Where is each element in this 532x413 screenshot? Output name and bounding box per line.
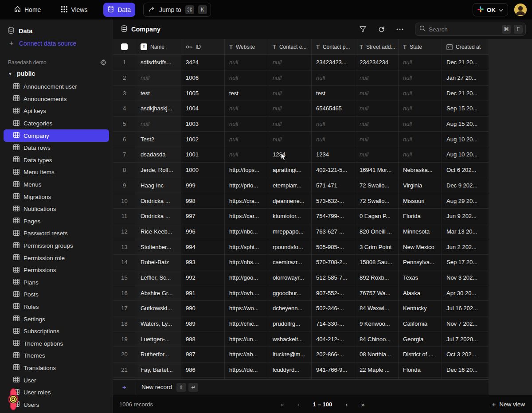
row-number[interactable]: 10 [113, 193, 136, 209]
cell[interactable]: 996 [181, 224, 225, 240]
cell[interactable]: 3 Grim Point [355, 239, 399, 255]
cell[interactable]: null [225, 132, 268, 147]
cell[interactable]: test [312, 86, 355, 101]
cell[interactable]: lcuddyrd... [268, 362, 312, 378]
row-number[interactable]: 9 [113, 178, 136, 194]
cell[interactable]: null [399, 132, 442, 147]
cell[interactable]: ituckre@m... [268, 347, 312, 362]
cell[interactable]: ktumiotor... [268, 209, 312, 224]
cell[interactable]: Haag Inc [136, 178, 181, 194]
cell[interactable]: 22 Maple ... [355, 362, 399, 378]
column-header-website[interactable]: TWebsite [225, 39, 268, 55]
search-box[interactable]: ⌘ F [415, 23, 526, 36]
cell[interactable]: 989 [181, 316, 225, 332]
column-header-state[interactable]: TState [399, 39, 442, 55]
cell[interactable]: 08 Northla... [355, 347, 399, 362]
cell[interactable]: 573-632-... [312, 193, 355, 209]
sidebar-item-pages[interactable]: Pages [4, 215, 109, 228]
cell[interactable]: dsadasda [136, 147, 181, 163]
cell[interactable]: null [399, 147, 442, 163]
row-number[interactable]: 4 [113, 101, 136, 117]
avatar[interactable] [514, 4, 527, 16]
cell[interactable]: djeannene... [268, 193, 312, 209]
cell[interactable]: 987 [181, 347, 225, 362]
more-options-button[interactable] [393, 23, 407, 36]
cell[interactable]: 1000 [181, 163, 225, 178]
cell[interactable]: https://ab... [225, 347, 268, 362]
cell[interactable]: Robel-Batz [136, 255, 181, 270]
sidebar-item-plans[interactable]: Plans [4, 277, 109, 289]
cell[interactable]: Texas [399, 270, 442, 286]
cell[interactable]: etemplarr... [268, 178, 312, 194]
cell[interactable]: 9 Kenwoo... [355, 316, 399, 332]
cell[interactable]: http://goo... [225, 270, 268, 286]
cell[interactable]: Dec 9 202... [442, 178, 489, 194]
cell[interactable]: null [399, 55, 442, 70]
cell[interactable]: https://cra... [225, 193, 268, 209]
cell[interactable]: Aug 15 20... [442, 117, 489, 132]
cell[interactable]: Dec 21 20... [442, 86, 489, 101]
cell[interactable]: 998 [181, 193, 225, 209]
cell[interactable]: Stoltenber... [136, 239, 181, 255]
sidebar-item-menu-items[interactable]: Menu items [4, 166, 109, 179]
cell[interactable]: 3424 [181, 55, 225, 70]
row-number[interactable]: 18 [113, 316, 136, 332]
row-number[interactable]: 12 [113, 224, 136, 240]
cell[interactable]: 234234234 [355, 55, 399, 70]
cell[interactable]: sdfsdfsdfs... [136, 55, 181, 70]
row-number[interactable]: 8 [113, 163, 136, 178]
cell[interactable]: 84 Waxwi... [355, 301, 399, 316]
cell[interactable]: Gutkowski... [136, 301, 181, 316]
cell[interactable]: 907-552-... [312, 285, 355, 301]
cell[interactable]: test [225, 86, 268, 101]
row-number[interactable]: 17 [113, 301, 136, 316]
row-number[interactable]: 6 [113, 132, 136, 147]
cell[interactable]: Dec 16 20... [442, 362, 489, 378]
connect-data-source-button[interactable]: + Connect data source [0, 37, 113, 50]
cell[interactable]: Waters, Ly... [136, 316, 181, 332]
cell[interactable]: 1003 [181, 117, 225, 132]
cell[interactable]: http://chic... [225, 316, 268, 332]
cell[interactable]: null [355, 147, 399, 163]
cell[interactable]: Mar 13 20... [442, 224, 489, 240]
sidebar-item-posts[interactable]: Posts [4, 288, 109, 301]
sidebar-item-subscriptions[interactable]: Subscriptions [4, 325, 109, 338]
cell[interactable]: null [268, 101, 312, 117]
cell[interactable]: https://un... [225, 331, 268, 347]
cell[interactable]: Florida [399, 362, 442, 378]
first-page-button[interactable]: « [280, 401, 284, 408]
cell[interactable]: Pennsylva... [399, 255, 442, 270]
cell[interactable]: 84 Chinoo... [355, 331, 399, 347]
row-number[interactable]: 3 [113, 86, 136, 101]
cell[interactable]: 754-799-... [312, 209, 355, 224]
cell[interactable]: Virginia [399, 178, 442, 194]
cell[interactable]: District of ... [399, 347, 442, 362]
gear-icon[interactable] [100, 59, 106, 66]
cell[interactable]: Jul 16 202... [442, 301, 489, 316]
cell[interactable]: null [225, 101, 268, 117]
cell[interactable]: mreppapo... [268, 224, 312, 240]
cell[interactable]: 1004 [181, 101, 225, 117]
cell[interactable]: 991 [181, 285, 225, 301]
sidebar-item-user[interactable]: User [4, 374, 109, 386]
cell[interactable]: null [399, 70, 442, 86]
cell[interactable]: wshackelt... [268, 331, 312, 347]
row-number[interactable]: 11 [113, 209, 136, 224]
cell[interactable]: https://car... [225, 209, 268, 224]
cell[interactable]: 1001 [181, 147, 225, 163]
sidebar-item-roles[interactable]: Roles [4, 301, 109, 313]
cell[interactable]: null [312, 132, 355, 147]
row-number[interactable]: 5 [113, 117, 136, 132]
cell[interactable]: 763-627-... [312, 224, 355, 240]
cell[interactable]: Nov 3 202... [442, 270, 489, 286]
cell[interactable]: Nov 7 202... [442, 316, 489, 332]
cell[interactable]: 1234 [268, 147, 312, 163]
schema-toggle[interactable]: ▼ public [0, 67, 113, 80]
cell[interactable]: null [268, 86, 312, 101]
row-number[interactable]: 1 [113, 55, 136, 70]
row-number[interactable]: 13 [113, 239, 136, 255]
cell[interactable]: http://ovh.... [225, 285, 268, 301]
prev-page-button[interactable]: ‹ [297, 401, 300, 408]
cell[interactable]: 1006 [181, 70, 225, 86]
cell[interactable]: 993 [181, 255, 225, 270]
